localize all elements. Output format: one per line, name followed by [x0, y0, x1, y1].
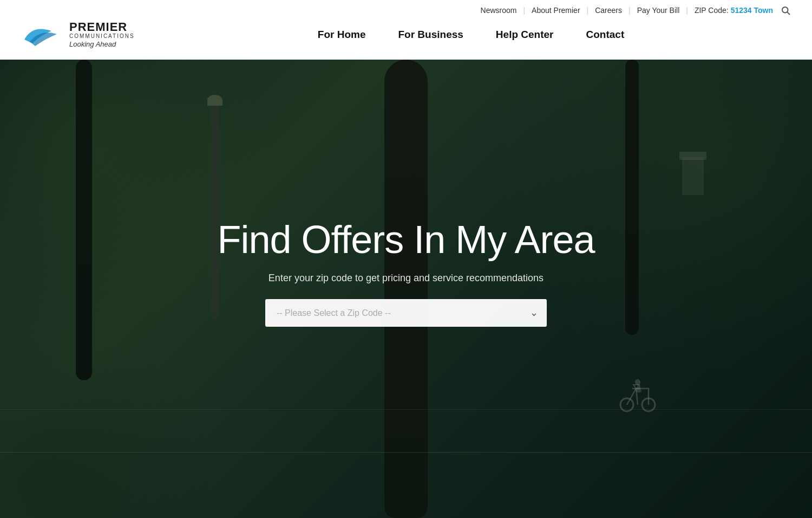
zip-select-wrapper: -- Please Select a Zip Code -- 51234 Tow… [265, 299, 547, 327]
nav-for-home[interactable]: For Home [318, 29, 366, 41]
zip-label: ZIP Code: [695, 6, 729, 15]
zip-code-value[interactable]: 51234 Town [731, 6, 773, 15]
nav-for-business[interactable]: For Business [398, 29, 463, 41]
careers-link[interactable]: Careers [595, 6, 622, 15]
newsroom-link[interactable]: Newsroom [481, 6, 517, 15]
zip-code-select[interactable]: -- Please Select a Zip Code -- 51234 Tow… [265, 299, 547, 327]
separator-3: | [628, 6, 631, 15]
search-icon[interactable] [781, 5, 790, 15]
hero-title: Find Offers In My Area [218, 218, 595, 261]
logo: PREMIER COMMUNICATIONS Looking Ahead [22, 19, 152, 51]
main-nav: For Home For Business Help Center Contac… [152, 29, 790, 41]
logo-company-name: PREMIER [69, 21, 135, 33]
nav-help-center[interactable]: Help Center [496, 29, 554, 41]
logo-text: PREMIER COMMUNICATIONS Looking Ahead [69, 21, 135, 48]
separator-1: | [523, 6, 525, 15]
zip-code-area: ZIP Code: 51234 Town [695, 6, 773, 15]
hero-content: Find Offers In My Area Enter your zip co… [218, 218, 595, 326]
pay-bill-link[interactable]: Pay Your Bill [637, 6, 680, 15]
logo-company: PREMIER [69, 20, 127, 34]
nav-bar: PREMIER COMMUNICATIONS Looking Ahead For… [0, 18, 812, 51]
svg-line-1 [787, 12, 789, 14]
logo-sub: COMMUNICATIONS [69, 33, 135, 39]
hero-section: Find Offers In My Area Enter your zip co… [0, 60, 812, 518]
separator-4: | [686, 6, 688, 15]
top-bar: Newsroom | About Premier | Careers | Pay… [0, 0, 812, 18]
separator-2: | [587, 6, 589, 15]
logo-icon [22, 19, 65, 51]
site-header: Newsroom | About Premier | Careers | Pay… [0, 0, 812, 60]
hero-subtitle: Enter your zip code to get pricing and s… [269, 273, 543, 284]
logo-tagline: Looking Ahead [69, 40, 135, 48]
about-link[interactable]: About Premier [532, 6, 580, 15]
nav-contact[interactable]: Contact [586, 29, 624, 41]
